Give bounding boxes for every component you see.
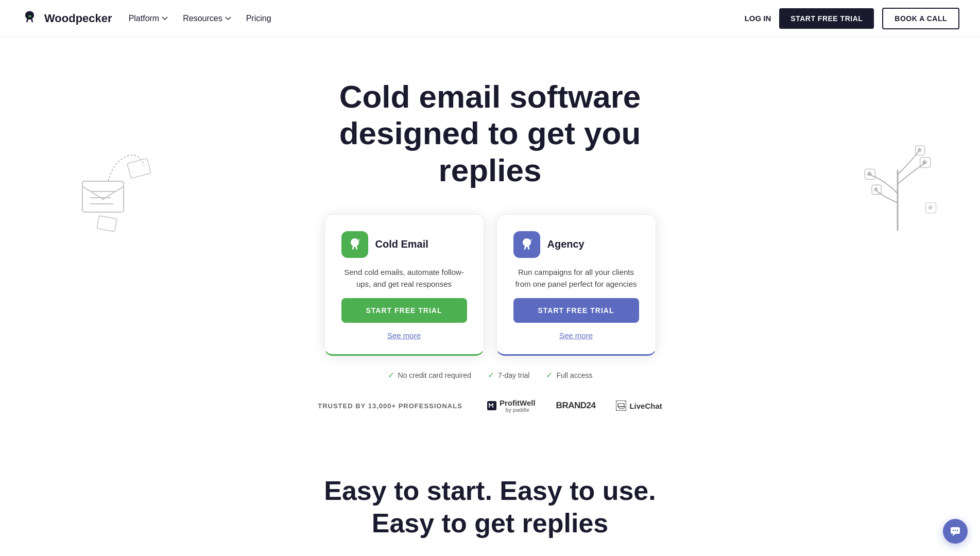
- svg-rect-13: [487, 401, 496, 410]
- svg-point-17: [955, 530, 956, 531]
- svg-rect-6: [865, 169, 875, 179]
- nav-platform[interactable]: Platform: [129, 14, 169, 23]
- svg-rect-8: [920, 158, 931, 168]
- svg-rect-14: [616, 401, 626, 411]
- profitwell-icon: [487, 401, 496, 410]
- svg-point-18: [957, 530, 958, 531]
- start-trial-nav-button[interactable]: START FREE TRIAL: [779, 8, 874, 29]
- trusted-label: TRUSTED BY 13,000+ PROFESSIONALS: [318, 402, 462, 410]
- cold-email-card-title: Cold Email: [375, 238, 428, 250]
- chevron-down-icon: [161, 15, 168, 22]
- trusted-section: TRUSTED BY 13,000+ PROFESSIONALS ProfitW…: [10, 398, 970, 413]
- svg-rect-12: [926, 203, 936, 213]
- hero-title: Cold email software designed to get you …: [284, 78, 696, 188]
- logo-text: Woodpecker: [44, 12, 112, 25]
- svg-rect-4: [127, 158, 151, 178]
- cold-email-card-desc: Send cold emails, automate follow-ups, a…: [341, 266, 467, 290]
- brand24-logo: BRAND24: [556, 401, 596, 411]
- woodpecker-logo-icon: [21, 9, 39, 28]
- chat-button[interactable]: [943, 519, 968, 544]
- nav-resources[interactable]: Resources: [183, 14, 231, 23]
- nav-pricing[interactable]: Pricing: [246, 14, 271, 23]
- trust-badge-0: ✓ No credit card required: [388, 370, 471, 380]
- agency-card: Agency Run campaigns for all your client…: [496, 214, 656, 356]
- chevron-down-icon: [225, 15, 232, 22]
- svg-rect-11: [916, 146, 925, 155]
- trust-badges-row: ✓ No credit card required ✓ 7-day trial …: [10, 370, 970, 380]
- livechat-icon: [616, 401, 626, 411]
- cold-email-see-more-link[interactable]: See more: [341, 331, 467, 340]
- trust-badge-2: ✓ Full access: [546, 370, 592, 380]
- logo[interactable]: Woodpecker: [21, 9, 112, 28]
- check-icon-2: ✓: [546, 370, 553, 380]
- nav-menu: Platform Resources Pricing: [129, 14, 271, 23]
- trusted-logos: ProfitWell by paddle BRAND24 LiveChat: [487, 398, 662, 413]
- book-call-nav-button[interactable]: BOOK A CALL: [882, 8, 959, 29]
- nav-right: LOG IN START FREE TRIAL BOOK A CALL: [745, 8, 959, 29]
- profitwell-logo: ProfitWell by paddle: [487, 398, 536, 413]
- svg-point-16: [953, 530, 954, 531]
- product-cards: Cold Email Send cold emails, automate fo…: [10, 214, 970, 356]
- livechat-logo: LiveChat: [616, 401, 662, 411]
- cold-email-card: Cold Email Send cold emails, automate fo…: [324, 214, 484, 356]
- check-icon-0: ✓: [388, 370, 394, 380]
- nav-left: Woodpecker Platform Resources Pricing: [21, 9, 271, 28]
- login-link[interactable]: LOG IN: [745, 14, 771, 23]
- svg-rect-10: [872, 185, 881, 194]
- agency-icon: [519, 237, 535, 252]
- trust-badge-1: ✓ 7-day trial: [488, 370, 529, 380]
- agency-card-title: Agency: [547, 238, 584, 250]
- agency-icon-wrap: [513, 231, 540, 258]
- check-icon-1: ✓: [488, 370, 494, 380]
- svg-rect-9: [922, 162, 923, 164]
- svg-rect-0: [82, 181, 124, 212]
- bottom-section: Easy to start. Easy to use. Easy to get …: [0, 433, 980, 556]
- cold-email-icon: [347, 237, 363, 252]
- hero-section: Cold email software designed to get you …: [0, 37, 980, 433]
- navbar: Woodpecker Platform Resources Pricing LO…: [0, 0, 980, 37]
- agency-see-more-link[interactable]: See more: [513, 331, 639, 340]
- chat-icon: [950, 526, 961, 537]
- agency-trial-button[interactable]: START FREE TRIAL: [513, 298, 639, 323]
- bottom-hero-title: Easy to start. Easy to use. Easy to get …: [10, 475, 970, 539]
- agency-card-desc: Run campaigns for all your clients from …: [513, 266, 639, 290]
- cold-email-trial-button[interactable]: START FREE TRIAL: [341, 298, 467, 323]
- svg-rect-7: [867, 173, 868, 176]
- cold-email-icon-wrap: [341, 231, 368, 258]
